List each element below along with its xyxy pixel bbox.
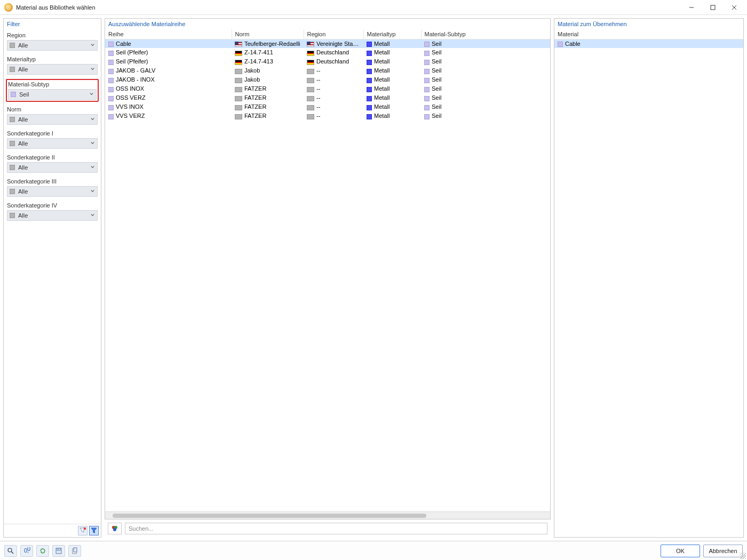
filter-combo-4[interactable]: Alle (7, 138, 98, 149)
col-sub[interactable]: Material-Subtyp (421, 29, 550, 39)
tool-save-icon[interactable] (52, 545, 65, 557)
chevron-down-icon (90, 66, 95, 73)
subtype-chip-icon (424, 60, 430, 65)
filter-group-2: Material-SubtypSeil (6, 79, 99, 102)
table-row[interactable]: CableTeufelberger-RedaelliVereinigte Sta… (105, 39, 550, 48)
type-chip-icon (367, 60, 372, 65)
filter-combo-0[interactable]: Alle (7, 40, 98, 51)
materials-header-row: Reihe Norm Region Materialtyp Material-S… (105, 29, 550, 39)
close-button[interactable] (724, 1, 745, 14)
subtype-chip-icon (424, 96, 430, 101)
filter-group-6: Sonderkategorie IIIAlle (7, 178, 98, 197)
minimize-button[interactable] (681, 1, 702, 14)
selection-header: Material zum Übernehmen (554, 19, 743, 29)
filter-group-5: Sonderkategorie IIAlle (7, 154, 98, 173)
filter-value: Seil (19, 91, 89, 98)
filter-combo-5[interactable]: Alle (7, 162, 98, 173)
filter-combo-6[interactable]: Alle (7, 186, 98, 197)
swatch-icon (10, 165, 15, 170)
apply-filter-button[interactable] (89, 526, 99, 535)
col-norm[interactable]: Norm (232, 29, 304, 39)
table-row[interactable]: Seil (Pfeifer)Z-14.7-413DeutschlandMetal… (105, 57, 550, 66)
filter-body: RegionAlleMaterialtypAlleMaterial-Subtyp… (4, 29, 101, 524)
filter-value: Alle (18, 188, 90, 195)
svg-rect-15 (58, 549, 59, 550)
flag-icon (235, 78, 242, 83)
filter-label: Sonderkategorie IV (7, 202, 98, 209)
filter-combo-2[interactable]: Seil (8, 89, 97, 100)
flag-icon (235, 51, 242, 56)
filter-combo-7[interactable]: Alle (7, 210, 98, 221)
subtype-chip-icon (424, 69, 430, 74)
svg-rect-1 (711, 5, 715, 10)
flag-icon (307, 69, 314, 74)
filter-value: Alle (18, 164, 90, 171)
flag-icon (307, 87, 314, 92)
materials-table-wrap[interactable]: Reihe Norm Region Materialtyp Material-S… (105, 29, 550, 511)
table-row[interactable]: OSS INOXFATZER--MetallSeil (105, 84, 550, 93)
tool-units-icon[interactable]: 0,00 (20, 545, 33, 557)
search-input[interactable]: Suchen... (125, 523, 547, 534)
tool-clipboard-icon[interactable] (68, 545, 81, 557)
table-row[interactable]: VVS INOXFATZER--MetallSeil (105, 102, 550, 111)
filter-header: Filter (4, 19, 101, 29)
type-chip-icon (367, 96, 372, 101)
scroll-thumb[interactable] (113, 514, 426, 518)
subtype-chip-icon (424, 51, 430, 56)
tool-refresh-icon[interactable] (36, 545, 49, 557)
clear-filter-button[interactable] (78, 526, 88, 535)
table-row[interactable]: Seil (Pfeifer)Z-14.7-411DeutschlandMetal… (105, 48, 550, 57)
filter-value: Alle (18, 212, 90, 219)
table-row[interactable]: VVS VERZFATZER--MetallSeil (105, 111, 550, 121)
window-title: Material aus Bibliothek wählen (16, 4, 681, 11)
filter-label: Sonderkategorie III (7, 178, 98, 185)
cancel-button[interactable]: Abbrechen (703, 545, 743, 557)
table-row[interactable]: JAKOB - INOXJakob--MetallSeil (105, 75, 550, 84)
maximize-button[interactable] (702, 1, 724, 14)
ok-button[interactable]: OK (661, 545, 700, 557)
flag-icon (307, 78, 314, 83)
chevron-down-icon (90, 164, 95, 171)
main: Filter RegionAlleMaterialtypAlleMaterial… (0, 15, 747, 541)
chevron-down-icon (90, 116, 95, 123)
footer: 0,00 OK Abbrechen (0, 541, 747, 560)
type-chip-icon (367, 51, 372, 56)
materials-hscroll[interactable] (105, 511, 550, 519)
table-row[interactable]: Cable (554, 39, 743, 48)
svg-point-9 (8, 548, 12, 552)
material-chip-icon (108, 69, 114, 74)
search-tool-button[interactable] (108, 523, 122, 534)
type-chip-icon (367, 78, 372, 83)
chevron-down-icon (90, 42, 95, 49)
col-material[interactable]: Material (554, 29, 743, 39)
resize-grip-icon[interactable] (740, 553, 746, 559)
titlebar: Material aus Bibliothek wählen (0, 0, 747, 15)
flag-icon (235, 69, 242, 74)
flag-icon (235, 114, 242, 119)
chevron-down-icon (90, 140, 95, 147)
flag-icon (307, 96, 314, 101)
material-chip-icon (108, 51, 114, 56)
col-typ[interactable]: Materialtyp (363, 29, 421, 39)
filter-combo-3[interactable]: Alle (7, 114, 98, 125)
chevron-down-icon (90, 188, 95, 195)
filter-group-7: Sonderkategorie IVAlle (7, 202, 98, 221)
subtype-chip-icon (424, 42, 430, 47)
tool-zoom-icon[interactable] (4, 545, 17, 557)
filter-label: Sonderkategorie II (7, 154, 98, 161)
flag-icon (235, 60, 242, 65)
table-row[interactable]: JAKOB - GALVJakob--MetallSeil (105, 66, 550, 75)
selection-table-wrap[interactable]: Material Cable (554, 29, 743, 537)
swatch-icon (11, 92, 16, 97)
table-row[interactable]: OSS VERZFATZER--MetallSeil (105, 93, 550, 102)
filter-label: Sonderkategorie I (7, 130, 98, 137)
filter-combo-1[interactable]: Alle (7, 64, 98, 75)
filter-value: Alle (18, 66, 90, 73)
flag-icon (307, 105, 314, 110)
flag-icon (235, 105, 242, 110)
type-chip-icon (367, 69, 372, 74)
materials-table: Reihe Norm Region Materialtyp Material-S… (105, 29, 550, 121)
col-reihe[interactable]: Reihe (105, 29, 232, 39)
col-region[interactable]: Region (304, 29, 363, 39)
chevron-down-icon (89, 91, 94, 98)
